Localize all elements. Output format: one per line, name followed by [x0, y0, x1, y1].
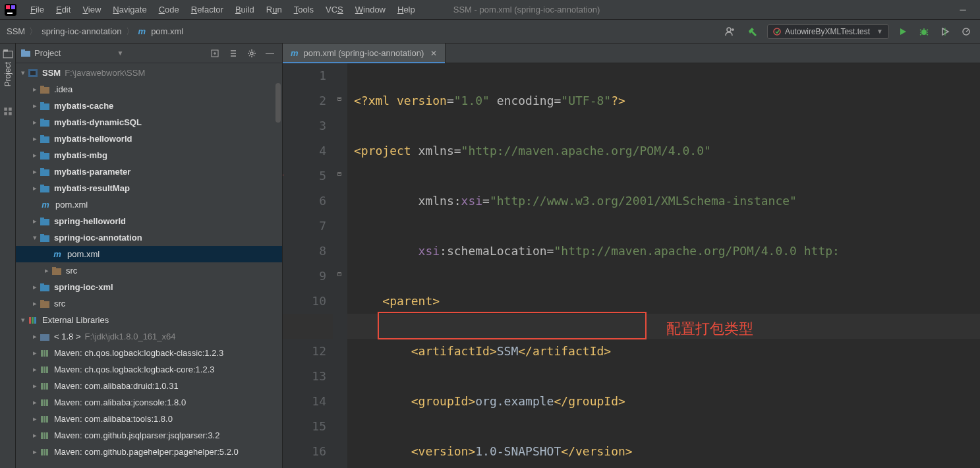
run-button[interactable]	[896, 26, 910, 38]
menu-build[interactable]: Build	[230, 2, 260, 17]
hide-icon[interactable]: —	[263, 47, 277, 59]
menu-edit[interactable]: Edit	[51, 2, 76, 17]
left-tool-gutter: Project	[0, 44, 16, 468]
tree-item[interactable]: ▸Maven: com.alibaba:tools:1.8.0	[16, 411, 282, 427]
tree-item[interactable]: ▸src	[16, 295, 282, 312]
breadcrumb-module[interactable]: spring-ioc-annotation	[42, 26, 121, 36]
project-tree[interactable]: ▾ SSM F:\javawebwork\SSM ▸.idea ▸mybatis…	[16, 63, 282, 468]
tree-item[interactable]: ▸Maven: com.github.jsqlparser:jsqlparser…	[16, 427, 282, 444]
folder-icon	[40, 85, 50, 94]
menu-view[interactable]: View	[77, 2, 106, 17]
chevron-right-icon[interactable]: ▸	[30, 217, 40, 225]
chevron-down-icon[interactable]: ▼	[117, 49, 124, 57]
tree-root-name: SSM	[42, 68, 61, 78]
chevron-down-icon[interactable]: ▾	[18, 69, 28, 77]
menu-file[interactable]: File	[25, 2, 49, 17]
chevron-right-icon[interactable]: ▸	[30, 167, 40, 176]
svg-rect-58	[43, 399, 45, 406]
chevron-right-icon[interactable]: ▸	[30, 448, 40, 456]
project-tool-label[interactable]: Project	[3, 62, 13, 86]
menu-window[interactable]: Window	[350, 2, 391, 17]
tree-root[interactable]: ▾ SSM F:\javawebwork\SSM	[16, 65, 282, 81]
svg-rect-45	[32, 317, 34, 324]
close-icon[interactable]: ✕	[430, 49, 437, 58]
chevron-right-icon[interactable]: ▸	[30, 134, 40, 143]
chevron-right-icon[interactable]: ▸	[30, 382, 40, 390]
chevron-right-icon[interactable]: ▸	[30, 332, 40, 341]
breadcrumb-file[interactable]: pom.xml	[151, 26, 183, 36]
folder-icon	[21, 49, 30, 58]
fold-start-icon[interactable]: ⊟	[335, 170, 343, 178]
user-add-icon[interactable]	[722, 25, 738, 38]
tree-item[interactable]: ▸Maven: com.github.pagehelper:pagehelper…	[16, 444, 282, 460]
coverage-button[interactable]	[938, 26, 952, 38]
menu-help[interactable]: Help	[392, 2, 420, 17]
chevron-right-icon[interactable]: ▸	[30, 349, 40, 357]
menu-tools[interactable]: Tools	[289, 2, 319, 17]
chevron-down-icon[interactable]: ▾	[18, 316, 28, 324]
module-folder-icon	[40, 167, 50, 177]
fold-start-icon[interactable]: ⊟	[335, 95, 343, 103]
tree-item[interactable]: ▸Maven: ch.qos.logback:logback-classic:1…	[16, 345, 282, 361]
svg-rect-25	[40, 119, 44, 121]
chevron-right-icon[interactable]: ▸	[30, 85, 40, 94]
tree-item[interactable]: ▸mybatis-dynamicSQL	[16, 114, 282, 131]
menu-vcs[interactable]: VCS	[320, 2, 349, 17]
editor-body[interactable]: 1 2 3 4 m↑5 6 7 8 9 10 11 12 13 14 15 16…	[283, 63, 980, 468]
chevron-right-icon[interactable]: ▸	[30, 299, 40, 308]
fold-gutter: ⊟ ⊟ ⊟	[333, 63, 347, 468]
profiler-button[interactable]	[959, 26, 973, 38]
chevron-down-icon[interactable]: ▾	[30, 233, 40, 242]
tree-item[interactable]: ▸< 1.8 >F:\jdk\jdk1.8.0_161_x64	[16, 328, 282, 345]
menu-refactor[interactable]: Refactor	[186, 2, 229, 17]
minimize-button[interactable]: ─	[950, 1, 976, 19]
fold-end-icon[interactable]: ⊟	[335, 270, 343, 278]
tree-item[interactable]: ▾spring-ioc-annotation	[16, 229, 282, 246]
build-hammer-icon[interactable]	[745, 25, 761, 38]
svg-rect-26	[40, 136, 49, 143]
svg-rect-15	[21, 49, 25, 51]
chevron-right-icon[interactable]: ▸	[30, 283, 40, 291]
menu-navigate[interactable]: Navigate	[107, 2, 152, 17]
tree-item[interactable]: mpom.xml	[16, 196, 282, 213]
project-tool-icon[interactable]	[3, 49, 13, 59]
tree-item[interactable]: ▸.idea	[16, 81, 282, 98]
chevron-right-icon[interactable]: ▸	[42, 266, 51, 275]
gear-icon[interactable]	[245, 47, 259, 59]
svg-rect-50	[46, 350, 48, 357]
chevron-right-icon[interactable]: ▸	[30, 102, 40, 110]
chevron-right-icon[interactable]: ▸	[30, 118, 40, 127]
tree-item[interactable]: ▸spring-ioc-xml	[16, 279, 282, 295]
tree-item[interactable]: ▸Maven: com.alibaba:jconsole:1.8.0	[16, 394, 282, 411]
menu-run[interactable]: Run	[261, 2, 287, 17]
menu-code[interactable]: Code	[154, 2, 185, 17]
breadcrumb-root[interactable]: SSM	[7, 26, 25, 36]
expand-all-icon[interactable]	[226, 47, 241, 59]
tree-item[interactable]: ▸mybatis-parameter	[16, 163, 282, 180]
tree-item[interactable]: ▸mybatis-helloworld	[16, 131, 282, 147]
chevron-right-icon[interactable]: ▸	[30, 365, 40, 374]
tree-item[interactable]: ▸Maven: ch.qos.logback:logback-core:1.2.…	[16, 361, 282, 378]
tree-item[interactable]: ▸mybatis-resultMap	[16, 180, 282, 196]
code-content[interactable]: <?xml version="1.0" encoding="UTF-8"?> <…	[347, 63, 980, 468]
tree-item[interactable]: ▸mybatis-cache	[16, 98, 282, 114]
editor-tab[interactable]: m pom.xml (spring-ioc-annotation) ✕	[283, 44, 446, 63]
tree-item-selected[interactable]: mpom.xml	[16, 246, 282, 262]
chevron-right-icon[interactable]: ▸	[30, 398, 40, 407]
tree-item[interactable]: ▸Maven: com.alibaba:druid:1.0.31	[16, 378, 282, 394]
tree-external-libs[interactable]: ▾External Libraries	[16, 312, 282, 328]
chevron-right-icon[interactable]: ▸	[30, 431, 40, 440]
chevron-right-icon[interactable]: ▸	[30, 151, 40, 160]
chevron-down-icon: ▼	[877, 28, 883, 35]
chevron-right-icon[interactable]: ▸	[30, 184, 40, 192]
tree-item[interactable]: ▸src	[16, 262, 282, 279]
debug-button[interactable]	[917, 26, 931, 38]
scrollbar-vertical[interactable]	[275, 83, 281, 123]
tree-item[interactable]: ▸mybatis-mbg	[16, 147, 282, 163]
structure-tool-icon[interactable]	[3, 106, 13, 117]
select-opened-icon[interactable]	[208, 47, 222, 59]
run-config-selector[interactable]: AutowireByXMLTest.test ▼	[767, 24, 889, 39]
chevron-right-icon[interactable]: ▸	[30, 415, 40, 423]
svg-point-5	[774, 28, 780, 35]
tree-item[interactable]: ▸spring-helloworld	[16, 213, 282, 229]
